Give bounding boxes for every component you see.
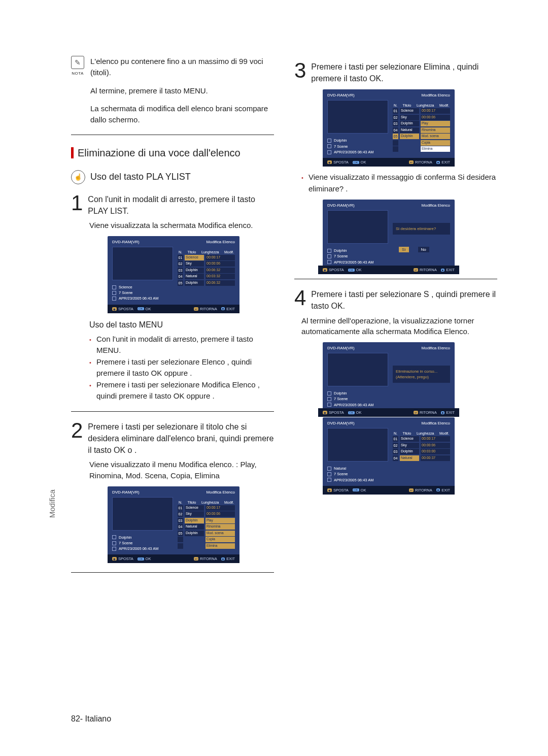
preview-area [327,100,388,134]
len-cell: 00:03:00 [421,449,450,454]
separator [294,279,497,279]
col-titolo: Titolo [403,104,412,107]
step-2-desc: Viene visualizzato il menu Modifica elen… [89,459,274,481]
foot-ok: OK [361,160,366,165]
foot-ok: OK [356,268,362,272]
scene-icon [327,144,331,148]
col-lunghezza: Lunghezza [417,432,434,435]
disc-label: DVD-RAM(VR) [327,203,355,208]
panel-scenes: 7 Scene [334,253,348,259]
folder-icon [327,467,331,471]
preview-area [327,428,388,462]
step-3-number: 3 [294,61,306,80]
panel-title: Dolphin [334,248,347,253]
foot-ok: OK [361,488,366,492]
menu-play: Play [206,518,235,523]
idx: 03 [178,268,183,273]
preview-area [327,353,388,386]
col-modif: Modif. [224,250,234,254]
foot-exit: EXIT [446,410,455,415]
foot-ritorna: RITORNA [420,410,437,415]
scene-icon [327,472,331,476]
section-title: Eliminazione di una voce dall'elenco [71,147,274,159]
preview-area [112,497,173,531]
key-ritorna: ↩ [414,268,418,272]
uso-menu-item-2: Premere i tasti per selezionare Elenco ,… [89,356,274,379]
title-cell [185,537,204,542]
key-ok: OK [353,488,359,491]
col-n: N. [179,501,182,504]
step-4-text: Premere i tasti per selezionare S , quin… [311,288,497,312]
preview-area [327,210,388,244]
title-cell: Natural [400,455,419,461]
foot-exit: EXIT [226,307,235,311]
key-sposta: ◆ [327,160,332,164]
menu-copia: Copia [421,140,450,146]
foot-ritorna: RITORNA [415,488,432,492]
key-ok: OK [348,411,355,414]
panel-title: Dolphin [334,390,347,396]
key-sposta: ◆ [323,268,327,272]
key-ok: OK [348,269,355,272]
idx: 05 [178,280,183,286]
screen-panel-6: DVD-RAM(VR) Modifica Elenco N. Titolo Lu… [323,417,455,495]
idx [178,537,183,542]
key-exit: ■ [441,411,445,414]
foot-sposta: SPOSTA [118,307,133,311]
uso-menu-item-3: Premere i tasti per selezionare Modifica… [89,379,274,402]
key-sposta: ◆ [112,557,117,561]
panel-timestamp: APR/23/2005 06:43 AM [334,149,373,155]
key-exit: ■ [436,488,440,491]
foot-sposta: SPOSTA [329,410,344,415]
foot-ritorna: RITORNA [415,160,432,165]
key-sposta: ◆ [327,488,332,492]
title-cell: Science [400,436,419,442]
idx [178,543,183,549]
sub-title: Uso del tasto PLA YLIST [90,172,191,182]
title-cell: Sky [400,115,419,120]
key-ok: OK [138,557,144,561]
idx: 01 [393,108,398,114]
confirm-no: No [418,247,429,252]
title-cell: Natural [185,274,204,279]
panel-timestamp: APR/23/2005 06:43 AM [119,546,158,551]
idx: 05 [178,531,183,536]
menu-modscena: Mod. scena [421,134,450,139]
title-cell: Sky [185,261,204,267]
key-exit: ■ [436,161,440,164]
col-lunghezza: Lunghezza [201,501,219,504]
separator [71,572,274,573]
title-cell: Dolphin [185,518,204,523]
step-2-text: Premere i tasti per selezionare il titol… [88,421,274,456]
red-bar-icon [71,147,74,158]
step-1-desc: Viene visualizzata la schermata Modifica… [89,220,274,231]
folder-icon [327,391,331,396]
disc-label: DVD-RAM(VR) [327,346,355,350]
len-cell: 00:00:17 [206,505,235,511]
len-cell: 00:00:17 [206,255,235,260]
foot-exit: EXIT [441,488,450,492]
panel-timestamp: APR/23/2005 06:43 AM [334,477,373,483]
idx: 03 [393,449,398,454]
len-cell: 00:03:32 [206,274,235,279]
progress-line2: (Attendere, prego) [396,375,429,379]
separator [71,135,274,135]
confirm-box: Si desidera eliminare? [393,223,450,235]
panel-timestamp: APR/23/2005 06:43 AM [334,402,373,408]
idx: 04 [393,127,398,133]
panel-timestamp: APR/23/2005 06:43 AM [119,295,158,301]
panel-title: Dolphin [334,138,347,143]
clock-icon [327,403,331,407]
screen-panel-3: DVD-RAM(VR) Modifica Elenco N. Titolo Lu… [323,89,455,167]
len-cell: 00:00:06 [421,443,450,448]
len-cell: 00:00:06 [206,261,235,267]
col-modif: Modif. [439,104,449,107]
key-exit: ■ [221,307,225,310]
title-cell: Dolphin [185,268,204,273]
key-sposta: ◆ [112,307,117,311]
foot-ritorna: RITORNA [420,268,437,272]
title-cell: Dolphin [400,449,419,454]
menu-elimina-selected: Elimina [421,146,450,152]
menu-copia: Copia [206,537,235,542]
foot-sposta: SPOSTA [329,268,344,272]
